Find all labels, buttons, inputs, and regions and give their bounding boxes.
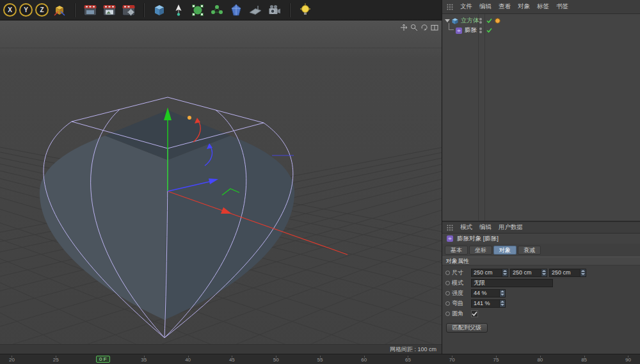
object-manager: 文件 编辑 查看 对象 标签 书签 立方体 xyxy=(442,0,640,221)
coordinate-system-icon[interactable] xyxy=(51,2,68,19)
timeline-tick: 75 xyxy=(493,356,499,364)
stage-icon[interactable] xyxy=(247,2,264,19)
tab-basic[interactable]: 基本 xyxy=(445,246,468,255)
z-axis-label: Z xyxy=(40,6,44,13)
viewport-status-bar: 网格间距 : 100 cm xyxy=(0,344,442,354)
timeline-tick: 65 xyxy=(405,356,411,364)
tab-coordinates[interactable]: 坐标 xyxy=(469,246,492,255)
attribute-rows: 尺寸 250 cm 250 cm 250 cm 模式 无限 强度 44 % xyxy=(442,265,640,333)
render-to-picture-viewer-icon[interactable] xyxy=(101,2,118,19)
object-label[interactable]: 膨胀 xyxy=(465,26,477,35)
visibility-toggles[interactable] xyxy=(479,18,482,24)
z-axis-lock-button[interactable]: Z xyxy=(35,3,49,17)
toggle-view-icon[interactable] xyxy=(431,24,438,31)
timeline-tick: 70 xyxy=(449,356,455,364)
om-menu-object[interactable]: 对象 xyxy=(518,3,530,11)
edit-render-settings-icon[interactable] xyxy=(120,2,137,19)
enable-check-icon[interactable] xyxy=(486,28,492,33)
array-generator-icon[interactable] xyxy=(209,2,225,19)
tree-column-divider xyxy=(478,14,479,221)
strength-label: 强度 xyxy=(452,289,469,297)
am-menu-mode[interactable]: 模式 xyxy=(460,223,472,232)
attribute-manager-menubar: 模式 编辑 用户数据 xyxy=(442,222,640,233)
enable-check-icon[interactable] xyxy=(486,18,492,24)
visibility-toggles[interactable] xyxy=(479,28,482,33)
panel-grid-icon[interactable] xyxy=(447,4,453,10)
object-row-bulge[interactable]: 膨胀 xyxy=(442,26,640,35)
phong-tag-icon[interactable] xyxy=(495,18,500,24)
pan-view-icon[interactable] xyxy=(400,24,408,31)
orbit-view-icon[interactable] xyxy=(420,24,428,31)
render-view-icon[interactable] xyxy=(82,2,99,19)
bend-label: 弯曲 xyxy=(452,299,469,308)
fillet-label: 圆角 xyxy=(452,310,469,318)
attribute-title-text: 膨胀对象 [膨胀] xyxy=(457,235,499,243)
strength-row: 强度 44 % xyxy=(442,288,640,298)
expander-icon[interactable] xyxy=(445,19,450,22)
zoom-view-icon[interactable] xyxy=(410,24,418,31)
timeline-tick: 35 xyxy=(141,356,147,364)
generator-icon[interactable] xyxy=(189,2,206,19)
keyframe-circle-icon[interactable] xyxy=(445,281,450,285)
y-axis-label: Y xyxy=(24,6,28,13)
keyframe-circle-icon[interactable] xyxy=(445,291,450,296)
am-menu-edit[interactable]: 编辑 xyxy=(479,223,492,232)
spinner[interactable] xyxy=(499,290,505,297)
spinner[interactable] xyxy=(499,300,505,307)
object-manager-menubar: 文件 编辑 查看 对象 标签 书签 xyxy=(442,0,640,14)
timeline-tick: 40 xyxy=(185,356,191,364)
tab-object[interactable]: 对象 xyxy=(493,246,516,255)
mode-row: 模式 无限 xyxy=(442,278,640,288)
am-menu-userdata[interactable]: 用户数据 xyxy=(499,223,523,232)
spinner[interactable] xyxy=(502,269,508,276)
mode-dropdown[interactable]: 无限 xyxy=(471,279,553,287)
timeline-tick: 55 xyxy=(317,356,323,364)
size-row: 尺寸 250 cm 250 cm 250 cm xyxy=(442,267,640,278)
object-label[interactable]: 立方体 xyxy=(461,17,479,25)
size-label: 尺寸 xyxy=(452,269,469,277)
viewport-3d[interactable]: 网格间距 : 100 cm xyxy=(0,20,442,354)
keyframe-circle-icon[interactable] xyxy=(445,312,450,316)
om-menu-tags[interactable]: 标签 xyxy=(537,3,549,11)
volume-icon[interactable] xyxy=(228,2,244,19)
mode-label: 模式 xyxy=(452,279,469,287)
timeline-tick: 20 xyxy=(9,356,15,364)
bend-field[interactable]: 141 % xyxy=(471,299,506,308)
current-frame-indicator[interactable]: 0 F xyxy=(96,356,110,363)
spinner[interactable] xyxy=(541,269,547,276)
tree-branch-line xyxy=(449,23,454,30)
button-row: 匹配到父级 xyxy=(442,319,640,333)
strength-field[interactable]: 44 % xyxy=(471,289,506,297)
panel-grid-icon[interactable] xyxy=(447,225,453,231)
light-icon[interactable] xyxy=(297,2,314,19)
object-tree[interactable]: 立方体 膨胀 xyxy=(442,14,640,221)
viewport-scene xyxy=(0,20,442,354)
om-menu-bookmarks[interactable]: 书签 xyxy=(556,3,568,11)
tree-column-divider xyxy=(484,14,485,221)
cube-primitive-icon[interactable] xyxy=(151,2,168,19)
main-toolbar: X Y Z xyxy=(0,0,442,20)
fillet-checkbox[interactable] xyxy=(471,310,478,317)
x-axis-lock-button[interactable]: X xyxy=(3,3,17,17)
keyframe-circle-icon[interactable] xyxy=(445,271,450,275)
om-menu-edit[interactable]: 编辑 xyxy=(479,3,492,11)
om-menu-file[interactable]: 文件 xyxy=(460,3,472,11)
camera-icon[interactable] xyxy=(266,2,283,19)
spline-pen-icon[interactable] xyxy=(170,2,187,19)
fit-to-parent-button[interactable]: 匹配到父级 xyxy=(446,323,488,333)
bulge-strength-handle[interactable] xyxy=(188,116,191,120)
size-x-field[interactable]: 250 cm xyxy=(471,269,508,277)
size-y-field[interactable]: 250 cm xyxy=(510,269,547,277)
timeline-tick: 85 xyxy=(581,356,587,364)
size-z-field[interactable]: 250 cm xyxy=(549,269,586,277)
keyframe-circle-icon[interactable] xyxy=(445,301,450,306)
timeline-tick: 80 xyxy=(537,356,543,364)
tab-falloff[interactable]: 衰减 xyxy=(518,246,541,255)
attribute-tabs: 基本 坐标 对象 衰减 xyxy=(442,244,640,255)
object-row-cube[interactable]: 立方体 xyxy=(442,16,640,26)
timeline-ruler[interactable]: 20 25 30 35 40 45 50 55 60 65 70 75 80 8… xyxy=(0,354,640,364)
bulge-deformer-icon xyxy=(446,235,454,242)
y-axis-lock-button[interactable]: Y xyxy=(19,3,33,17)
spinner[interactable] xyxy=(580,269,586,276)
om-menu-view[interactable]: 查看 xyxy=(499,3,511,11)
